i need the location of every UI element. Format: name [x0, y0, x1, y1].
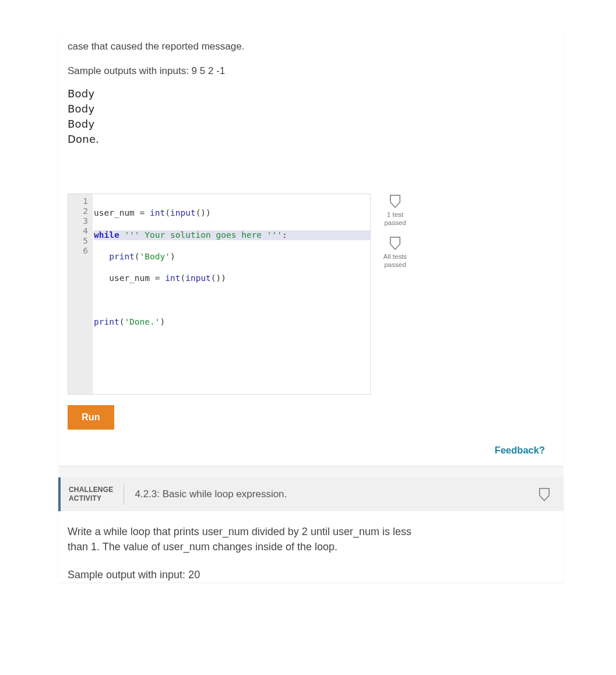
line-number-gutter: 1 2 3 4 5 6 [68, 194, 93, 394]
test-badges: 1 test passed All tests passed [379, 194, 411, 277]
expected-output-line: Body [68, 86, 419, 101]
sample-outputs-label: Sample outputs with inputs: 9 5 2 -1 [68, 64, 419, 78]
one-test-passed-label: 1 test passed [379, 210, 411, 227]
activity-card: case that caused the reported message. S… [58, 35, 564, 466]
feedback-link[interactable]: Feedback? [495, 445, 545, 455]
expected-output-line: Body [68, 117, 419, 132]
sample-output-label: Sample output with input: 20 [68, 567, 428, 582]
challenge-description: Write a while loop that prints user_num … [68, 524, 428, 554]
problem-intro-fragment: case that caused the reported message. [68, 40, 419, 54]
shield-icon [538, 487, 551, 502]
shield-icon [389, 194, 402, 209]
expected-output-block: Body Body Body Done. [68, 86, 419, 147]
all-tests-passed-label: All tests passed [379, 252, 411, 269]
challenge-card: CHALLENGE ACTIVITY 4.2.3: Basic while lo… [58, 477, 564, 582]
highlighted-line: while ''' Your solution goes here ''': [94, 230, 370, 240]
divider [124, 484, 124, 504]
expected-output-line: Done. [68, 132, 419, 147]
challenge-title: 4.2.3: Basic while loop expression. [135, 487, 287, 501]
code-area[interactable]: user_num = int(input()) while ''' Your s… [93, 194, 370, 394]
shield-icon [389, 235, 402, 251]
code-editor[interactable]: 1 2 3 4 5 6 user_num = int(input()) whil… [68, 194, 371, 395]
challenge-label: CHALLENGE ACTIVITY [69, 486, 113, 502]
expected-output-line: Body [68, 101, 419, 117]
challenge-header: CHALLENGE ACTIVITY 4.2.3: Basic while lo… [58, 477, 564, 511]
run-button[interactable]: Run [68, 405, 114, 430]
